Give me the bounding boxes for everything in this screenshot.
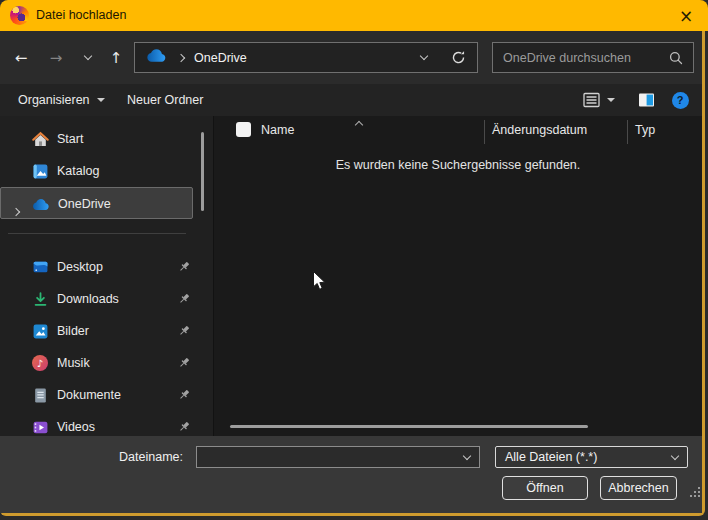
empty-results-message: Es wurden keine Suchergebnisse gefunden.: [214, 158, 702, 172]
column-header-name[interactable]: Name: [261, 121, 294, 139]
up-button[interactable]: ↑: [103, 44, 129, 71]
pin-icon: [177, 260, 191, 274]
new-folder-button[interactable]: Neuer Ordner: [127, 84, 203, 116]
close-button[interactable]: ×: [664, 0, 708, 31]
pin-icon: [177, 388, 191, 402]
music-icon: ♪: [31, 354, 49, 372]
sidebar-item-label: Desktop: [57, 251, 103, 283]
chevron-down-icon: [84, 52, 92, 60]
filetype-dropdown[interactable]: Alle Dateien (*.*): [495, 446, 688, 468]
sidebar-scrollbar[interactable]: [201, 132, 204, 211]
help-button[interactable]: ?: [669, 84, 691, 116]
select-all-checkbox[interactable]: [236, 122, 251, 137]
sidebar-item-musik[interactable]: ♪ Musik: [0, 347, 193, 379]
breadcrumb-chevron-icon: [177, 53, 185, 61]
dialog-footer: Dateiname: Alle Dateien (*.*) Öffnen Abb…: [0, 436, 702, 513]
preview-pane-icon: [638, 92, 655, 108]
command-bar: Organisieren Neuer Ordner: [0, 84, 702, 116]
filename-combobox: [196, 446, 480, 468]
filetype-value: Alle Dateien (*.*): [505, 450, 597, 464]
file-upload-dialog: ← → ↑ OneDrive: [0, 0, 708, 520]
address-dropdown-button[interactable]: [409, 43, 439, 72]
sidebar-item-bilder[interactable]: Bilder: [0, 315, 193, 347]
sidebar-item-downloads[interactable]: Downloads: [0, 283, 193, 315]
videos-icon: [31, 418, 49, 436]
home-icon: [31, 130, 49, 148]
desktop-icon: [31, 258, 49, 276]
sidebar-item-desktop[interactable]: Desktop: [0, 251, 193, 283]
onedrive-cloud-icon: [32, 195, 50, 213]
new-folder-label: Neuer Ordner: [127, 93, 203, 107]
column-header-type[interactable]: Typ: [635, 121, 655, 139]
sidebar-item-start[interactable]: Start: [0, 123, 193, 155]
music-note: ♪: [32, 355, 48, 371]
sort-ascending-icon: [356, 114, 362, 132]
search-placeholder: OneDrive durchsuchen: [503, 51, 631, 65]
cancel-button[interactable]: Abbrechen: [600, 476, 677, 500]
chevron-down-icon: [671, 451, 679, 459]
sidebar-item-label: Dokumente: [57, 379, 121, 411]
sidebar-item-katalog[interactable]: Katalog: [0, 155, 193, 187]
window-title: Datei hochladen: [36, 0, 126, 31]
dialog-body: ← → ↑ OneDrive: [0, 31, 705, 516]
column-separator[interactable]: [627, 120, 628, 144]
sidebar-item-label: OneDrive: [58, 188, 111, 220]
pin-icon: [177, 356, 191, 370]
sidebar-item-dokumente[interactable]: Dokumente: [0, 379, 193, 411]
organize-label: Organisieren: [18, 93, 90, 107]
chevron-down-icon[interactable]: [463, 451, 471, 459]
help-icon: ?: [672, 92, 689, 109]
search-icon: [669, 51, 683, 65]
sidebar-item-label: Katalog: [57, 155, 99, 187]
pictures-icon: [31, 322, 49, 340]
organize-menu-button[interactable]: Organisieren: [18, 84, 105, 116]
pin-icon: [177, 292, 191, 306]
horizontal-scrollbar[interactable]: [230, 425, 588, 428]
dropdown-triangle-icon: [607, 98, 615, 102]
documents-icon: [31, 386, 49, 404]
dropdown-triangle-icon: [97, 98, 105, 102]
forward-button[interactable]: →: [43, 44, 69, 71]
resize-grip[interactable]: [690, 495, 692, 497]
content-area: Start Katalog: [0, 116, 702, 436]
view-mode-dropdown[interactable]: [602, 84, 620, 116]
address-bar[interactable]: OneDrive: [134, 42, 478, 73]
onedrive-cloud-icon: [146, 48, 167, 67]
sidebar-item-label: Musik: [57, 347, 90, 379]
refresh-icon: [451, 50, 466, 65]
column-header-modified[interactable]: Änderungsdatum: [492, 121, 587, 139]
expander-chevron-icon[interactable]: [13, 201, 19, 219]
breadcrumb-location[interactable]: OneDrive: [194, 51, 247, 65]
search-input[interactable]: OneDrive durchsuchen: [492, 42, 694, 73]
file-list-area: Name Änderungsdatum Typ Es wurden keine …: [214, 116, 702, 436]
gallery-icon: [31, 162, 49, 180]
back-button[interactable]: ←: [8, 44, 34, 71]
sidebar-item-label: Start: [57, 123, 83, 155]
firefox-icon: [10, 6, 29, 25]
sidebar: Start Katalog: [0, 116, 213, 436]
preview-pane-button[interactable]: [635, 84, 657, 116]
mouse-cursor: [312, 270, 327, 292]
details-view-icon: [583, 92, 600, 108]
downloads-icon: [31, 290, 49, 308]
filename-input[interactable]: [197, 447, 464, 467]
sidebar-item-onedrive[interactable]: OneDrive: [0, 187, 193, 219]
pin-icon: [177, 420, 191, 434]
chevron-down-icon: [420, 52, 428, 60]
sidebar-item-label: Bilder: [57, 315, 89, 347]
sidebar-divider: [8, 233, 186, 234]
open-button[interactable]: Öffnen: [502, 476, 588, 500]
filename-label: Dateiname:: [63, 446, 183, 468]
column-separator[interactable]: [484, 120, 485, 144]
sidebar-item-label: Downloads: [57, 283, 119, 315]
recent-locations-button[interactable]: [75, 44, 101, 71]
pin-icon: [177, 324, 191, 338]
navigation-toolbar: ← → ↑ OneDrive: [0, 31, 702, 84]
title-bar[interactable]: Datei hochladen ×: [0, 0, 708, 31]
refresh-button[interactable]: [439, 43, 477, 72]
view-mode-button[interactable]: [580, 84, 602, 116]
